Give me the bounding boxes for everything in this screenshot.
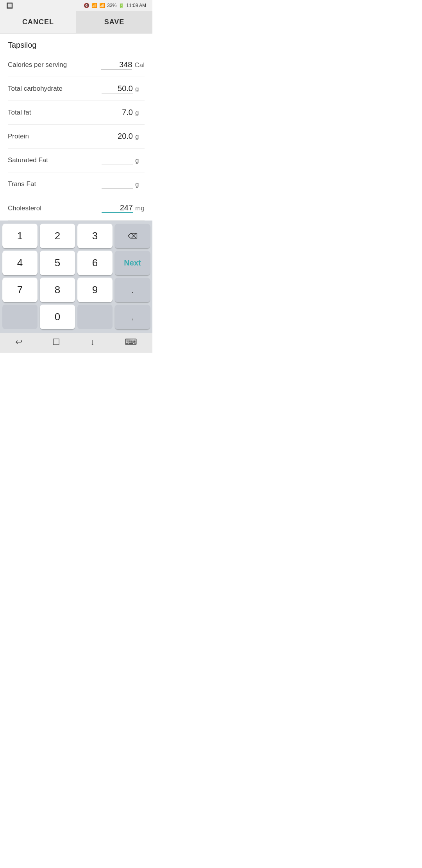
food-name-row	[8, 34, 145, 53]
signal-icon: 📶	[99, 3, 105, 8]
status-bar: 🔲 🔇 📶 📶 33% 🔋 11:09 AM	[0, 0, 152, 11]
next-key[interactable]: Next	[115, 251, 150, 275]
food-name-input[interactable]	[8, 41, 145, 50]
nutrition-unit-carbs: g	[135, 85, 145, 93]
nutrition-label-cholesterol: Cholesterol	[8, 204, 102, 212]
nutrition-unit-calories: Cal	[134, 61, 145, 69]
keyboard-row-1: 456Next	[2, 251, 150, 275]
save-button[interactable]: SAVE	[76, 11, 152, 33]
nutrition-unit-cholesterol: mg	[135, 204, 145, 212]
nutrition-row-fat: Total fatg	[8, 101, 145, 125]
mute-icon: 🔇	[84, 3, 89, 8]
nutrition-row-cholesterol: Cholesterolmg	[8, 196, 145, 221]
nutrition-label-fat: Total fat	[8, 109, 102, 117]
nutrition-row-calories: Calories per servingCal	[8, 53, 145, 77]
nav-square-icon[interactable]: ☐	[52, 337, 60, 347]
wifi-icon: 📶	[91, 3, 97, 8]
nutrition-unit-protein: g	[135, 133, 145, 141]
battery-text: 33%	[107, 3, 116, 8]
nutrition-input-protein[interactable]	[102, 132, 133, 141]
key-8[interactable]: 8	[40, 278, 75, 302]
nutrition-unit-trans-fat: g	[135, 181, 145, 188]
key-5[interactable]: 5	[40, 251, 75, 275]
nutrition-label-carbs: Total carbohydrate	[8, 85, 102, 93]
nav-keyboard-icon[interactable]: ⌨	[125, 337, 137, 347]
nav-back-icon[interactable]: ↩	[15, 337, 22, 347]
nutrition-input-trans-fat[interactable]	[102, 179, 133, 189]
nutrition-input-wrap-saturated-fat: g	[102, 156, 145, 165]
key-0[interactable]: 0	[40, 305, 75, 329]
backspace-key[interactable]: ⌫	[115, 224, 150, 248]
keyboard-row-3: 0,	[2, 305, 150, 329]
nutrition-label-trans-fat: Trans Fat	[8, 180, 102, 188]
header: CANCEL SAVE	[0, 11, 152, 34]
nutrition-input-calories[interactable]	[101, 60, 132, 70]
comma-key[interactable]: ,	[115, 305, 150, 329]
status-icons: 🔇 📶 📶 33% 🔋 11:09 AM	[84, 3, 146, 8]
nutrition-row-trans-fat: Trans Fatg	[8, 172, 145, 196]
nutrition-input-wrap-cholesterol: mg	[102, 203, 145, 213]
nutrition-input-wrap-calories: Cal	[101, 60, 145, 70]
nutrition-unit-saturated-fat: g	[135, 157, 145, 165]
cancel-button[interactable]: CANCEL	[0, 11, 76, 33]
keyboard-row-0: 123⌫	[2, 224, 150, 248]
nutrition-input-carbs[interactable]	[102, 84, 133, 93]
left-status-icon: 🔲	[6, 2, 13, 9]
nutrition-input-wrap-carbs: g	[102, 84, 145, 93]
keyboard-row-2: 789.	[2, 278, 150, 302]
battery-icon: 🔋	[118, 3, 124, 8]
nutrition-input-wrap-fat: g	[102, 108, 145, 117]
time-text: 11:09 AM	[126, 3, 146, 8]
nutrition-row-protein: Proteing	[8, 125, 145, 149]
nutrition-label-protein: Protein	[8, 133, 102, 140]
key-9[interactable]: 9	[77, 278, 113, 302]
nutrition-input-saturated-fat[interactable]	[102, 156, 133, 165]
keyboard-rows: 123⌫456Next789.0,	[2, 224, 150, 329]
nutrition-unit-fat: g	[135, 109, 145, 117]
key-4[interactable]: 4	[2, 251, 38, 275]
form-fields: Calories per servingCalTotal carbohydrat…	[0, 34, 152, 221]
dot-key[interactable]: .	[115, 278, 150, 302]
nutrition-input-wrap-trans-fat: g	[102, 179, 145, 189]
nav-down-icon[interactable]: ↓	[90, 337, 95, 347]
nutrition-input-wrap-protein: g	[102, 132, 145, 141]
form-area: Calories per servingCalTotal carbohydrat…	[0, 34, 152, 221]
key-3[interactable]: 3	[77, 224, 113, 248]
nutrition-input-cholesterol[interactable]	[102, 203, 133, 213]
nutrition-row-carbs: Total carbohydrateg	[8, 77, 145, 101]
key-1[interactable]: 1	[2, 224, 38, 248]
nutrition-label-saturated-fat: Saturated Fat	[8, 156, 102, 164]
key-2[interactable]: 2	[40, 224, 75, 248]
nutrition-row-saturated-fat: Saturated Fatg	[8, 149, 145, 172]
bottom-nav: ↩ ☐ ↓ ⌨	[0, 333, 152, 353]
numeric-keyboard: 123⌫456Next789.0,	[0, 221, 152, 333]
empty-key-3-2	[77, 305, 113, 329]
nutrition-input-fat[interactable]	[102, 108, 133, 117]
key-6[interactable]: 6	[77, 251, 113, 275]
key-7[interactable]: 7	[2, 278, 38, 302]
nutrition-rows: Calories per servingCalTotal carbohydrat…	[8, 53, 145, 221]
empty-key-3-0	[2, 305, 38, 329]
nutrition-label-calories: Calories per serving	[8, 61, 101, 69]
